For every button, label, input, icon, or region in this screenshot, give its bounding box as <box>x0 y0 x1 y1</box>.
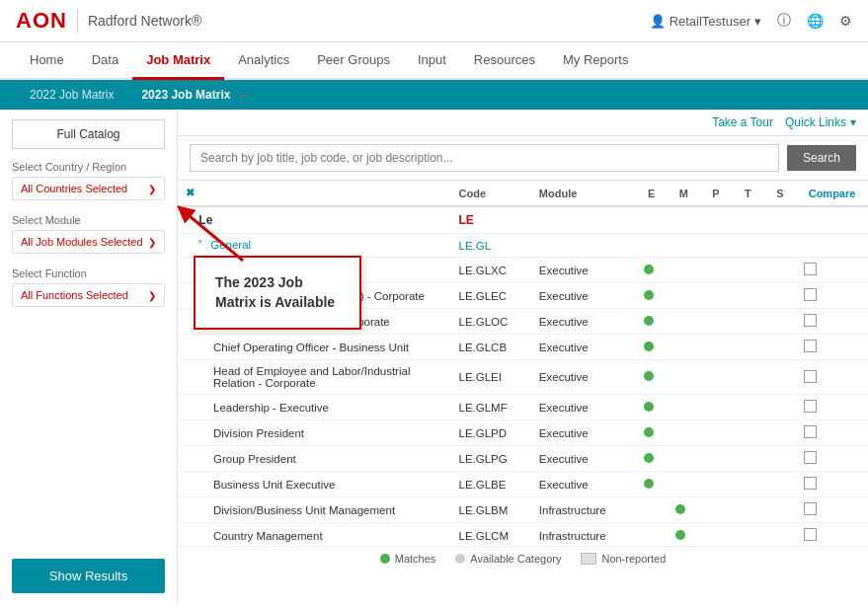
cell-compare[interactable] <box>796 309 868 335</box>
nav-data[interactable]: Data <box>78 42 132 80</box>
header-right: 👤 RetailTestuser ▾ ⓘ 🌐 ⚙ <box>650 12 852 30</box>
cell-compare[interactable] <box>796 395 868 420</box>
job-module: Executive <box>531 420 636 446</box>
cell-s <box>764 258 797 283</box>
help-icon[interactable]: ⓘ <box>777 12 791 30</box>
search-input[interactable] <box>190 144 779 172</box>
module-filter: Select Module All Job Modules Selected ❯ <box>12 214 165 254</box>
callout-arrow <box>164 201 253 270</box>
table-row: Group President LE.GLPG Executive <box>178 446 868 472</box>
job-title: Business Unit Executive <box>178 472 451 497</box>
col-header-compare[interactable]: Compare <box>796 181 868 206</box>
logo-divider <box>77 9 78 33</box>
cell-compare[interactable] <box>796 523 868 547</box>
sidebar: Full Catalog Select Country / Region All… <box>0 110 178 603</box>
col-header-module: Module <box>531 181 636 206</box>
subnav-2022[interactable]: 2022 Job Matrix <box>16 80 127 110</box>
subnav-2023[interactable]: 2023 Job Matrix ← <box>127 80 263 110</box>
cell-compare[interactable] <box>796 446 868 472</box>
nav-input[interactable]: Input <box>404 42 460 80</box>
function-value: All Functions Selected <box>21 289 128 301</box>
logo-area: AON Radford Network® <box>16 8 201 34</box>
take-tour-link[interactable]: Take a Tour <box>712 115 773 129</box>
user-chevron: ▾ <box>754 14 761 29</box>
nav-job-matrix[interactable]: Job Matrix <box>132 42 224 80</box>
function-filter: Select Function All Functions Selected ❯ <box>12 267 165 307</box>
section-le: ˅ Le LE <box>178 206 868 234</box>
col-header-m: M <box>668 181 700 206</box>
cell-compare[interactable] <box>796 360 868 395</box>
country-chevron: ❯ <box>148 184 156 194</box>
non-reported-square <box>581 553 596 565</box>
nav-analytics[interactable]: Analytics <box>224 42 303 80</box>
subsection-code: LE.GL <box>451 234 531 258</box>
function-label: Select Function <box>12 267 165 279</box>
job-title: Chief Operating Officer - Business Unit <box>178 335 451 360</box>
job-code: LE.GLOC <box>451 309 531 335</box>
job-title: Leadership - Executive <box>178 395 451 420</box>
non-reported-label: Non-reported <box>601 553 666 565</box>
settings-icon[interactable]: ⚙ <box>839 13 852 29</box>
country-select[interactable]: All Countries Selected ❯ <box>12 177 165 200</box>
country-label: Select Country / Region <box>12 161 165 173</box>
nav-home[interactable]: Home <box>16 42 78 80</box>
available-dot <box>455 554 465 564</box>
nav-my-reports[interactable]: My Reports <box>549 42 642 80</box>
legend-matches: Matches <box>380 553 436 565</box>
job-module: Executive <box>531 283 636 309</box>
section-code: LE <box>451 206 531 234</box>
table-row: Country Management LE.GLCM Infrastructur… <box>178 523 868 547</box>
col-header-p: P <box>700 181 733 206</box>
svg-line-1 <box>184 211 243 261</box>
cell-compare[interactable] <box>796 283 868 309</box>
aon-logo: AON <box>16 8 67 34</box>
legend-bar: Matches Available Category Non-reported <box>178 546 868 570</box>
country-value: All Countries Selected <box>21 183 127 194</box>
col-header-t: T <box>732 181 764 206</box>
nav-peer-groups[interactable]: Peer Groups <box>303 42 404 80</box>
job-table-container: ✖ Code Module E M P T S Compare <box>178 181 868 546</box>
search-row: Search <box>178 136 868 181</box>
cell-compare[interactable] <box>796 335 868 360</box>
job-module: Infrastructure <box>531 523 636 547</box>
cell-compare[interactable] <box>796 497 868 523</box>
cell-m <box>668 258 700 283</box>
quick-links-menu[interactable]: Quick Links ▾ <box>785 115 856 129</box>
subnav-arrow: ← <box>238 88 250 102</box>
globe-icon[interactable]: 🌐 <box>807 13 824 29</box>
show-results-button[interactable]: Show Results <box>12 559 165 593</box>
job-module: Executive <box>531 472 636 497</box>
main-nav: Home Data Job Matrix Analytics Peer Grou… <box>0 42 868 80</box>
module-value: All Job Modules Selected <box>21 236 143 248</box>
cell-compare[interactable] <box>796 420 868 446</box>
job-table: ✖ Code Module E M P T S Compare <box>178 181 868 546</box>
job-module: Executive <box>531 258 636 283</box>
module-select[interactable]: All Job Modules Selected ❯ <box>12 230 165 254</box>
app-title: Radford Network® <box>88 13 201 29</box>
job-code: LE.GLXC <box>451 258 531 283</box>
cell-compare[interactable] <box>796 472 868 497</box>
subsection-general: ˅ General LE.GL <box>178 234 868 258</box>
collapse-icon[interactable]: ✖ <box>186 187 195 198</box>
job-code: LE.GLEC <box>451 283 531 309</box>
sub-nav: 2022 Job Matrix 2023 Job Matrix ← <box>0 80 868 110</box>
table-row: Division President LE.GLPD Executive <box>178 420 868 446</box>
user-icon: 👤 <box>650 14 666 29</box>
job-module: Executive <box>531 446 636 472</box>
cell-compare[interactable] <box>796 258 868 283</box>
cell-t <box>732 258 764 283</box>
user-menu[interactable]: 👤 RetailTestuser ▾ <box>650 14 761 29</box>
nav-resources[interactable]: Resources <box>460 42 549 80</box>
full-catalog-tab[interactable]: Full Catalog <box>12 119 165 149</box>
table-row: Leadership - Executive LE.GLMF Executive <box>178 395 868 420</box>
job-module: Executive <box>531 395 636 420</box>
function-select[interactable]: All Functions Selected ❯ <box>12 283 165 307</box>
col-header-code: Code <box>451 181 531 206</box>
cell-p <box>700 258 733 283</box>
job-title: Head of Employee and Labor/Industrial Re… <box>178 360 451 395</box>
cell-e <box>636 258 669 283</box>
job-code: LE.GLMF <box>451 395 531 420</box>
top-header: AON Radford Network® 👤 RetailTestuser ▾ … <box>0 0 868 42</box>
legend-non-reported: Non-reported <box>581 553 666 565</box>
search-button[interactable]: Search <box>787 145 856 171</box>
